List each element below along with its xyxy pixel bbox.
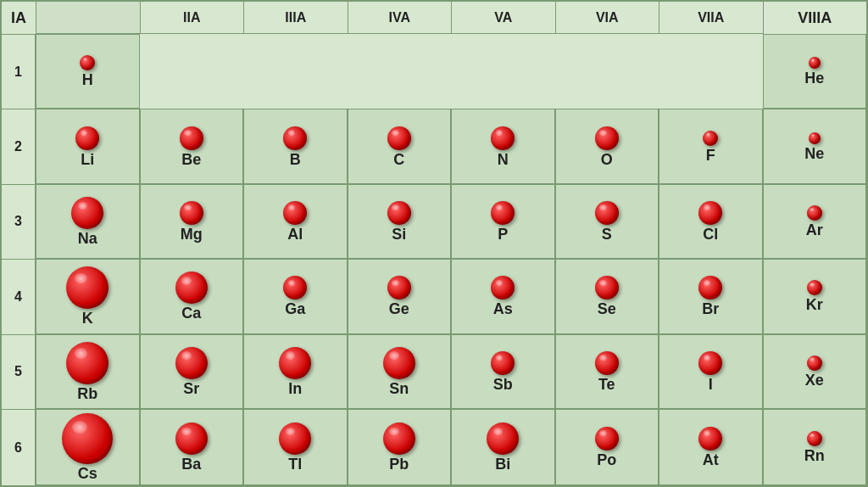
- symbol-Ca: Ca: [181, 305, 201, 321]
- atom-ball-S: [595, 201, 619, 225]
- atom-ball-Rb: [66, 342, 108, 384]
- symbol-At: At: [703, 452, 719, 467]
- empty-cell-1-3: [348, 34, 452, 109]
- va-header: VA: [451, 2, 555, 34]
- element-Ar: Ar: [763, 184, 867, 259]
- iva-header: IVA: [348, 2, 452, 34]
- element-Sr: Sr: [140, 334, 244, 409]
- periodic-table: IAIIAIIIAIVAVAVIAVIIAVIIIA1HHe2LiBeBCNOF…: [0, 0, 868, 487]
- col-ia-header: [36, 2, 140, 34]
- element-Mg: Mg: [140, 184, 244, 259]
- element-Po: Po: [555, 409, 659, 485]
- element-Sn: Sn: [348, 334, 452, 409]
- symbol-C: C: [393, 152, 404, 167]
- symbol-Sb: Sb: [493, 377, 513, 392]
- element-Al: Al: [243, 184, 348, 259]
- element-Li: Li: [36, 109, 140, 183]
- atom-ball-Cl: [698, 201, 722, 225]
- atom-ball-Ge: [387, 276, 411, 299]
- atom-ball-Bi: [487, 423, 519, 455]
- symbol-Kr: Kr: [806, 297, 823, 312]
- atom-ball-O: [595, 126, 619, 150]
- symbol-Na: Na: [78, 231, 97, 246]
- element-N: N: [451, 109, 555, 183]
- atom-ball-Tl: [279, 423, 311, 455]
- row-3: 3: [2, 184, 36, 259]
- symbol-Ne: Ne: [804, 146, 824, 161]
- element-Si: Si: [348, 184, 452, 259]
- atom-ball-Sn: [383, 347, 415, 379]
- symbol-Se: Se: [598, 301, 616, 316]
- atom-ball-Xe: [807, 355, 822, 371]
- symbol-P: P: [498, 227, 508, 242]
- atom-ball-B: [283, 126, 307, 150]
- element-O: O: [555, 109, 659, 183]
- symbol-Al: Al: [287, 227, 303, 242]
- symbol-Mg: Mg: [181, 227, 203, 242]
- atom-ball-Sb: [491, 351, 515, 375]
- row-4: 4: [2, 259, 36, 333]
- atom-ball-Sr: [175, 347, 208, 379]
- symbol-He: He: [804, 70, 824, 86]
- atom-ball-Cs: [62, 413, 113, 464]
- symbol-Pb: Pb: [389, 456, 409, 472]
- symbol-H: H: [82, 72, 93, 87]
- iiia-header: IIIA: [243, 2, 348, 34]
- symbol-I: I: [709, 377, 713, 392]
- viiia-corner: VIIIA: [763, 2, 867, 34]
- atom-ball-Si: [387, 201, 411, 225]
- atom-ball-Rn: [807, 431, 822, 446]
- element-Tl: Tl: [243, 409, 348, 485]
- symbol-Ge: Ge: [389, 301, 409, 316]
- ia-corner: IA: [2, 2, 36, 34]
- symbol-Ga: Ga: [285, 301, 305, 316]
- element-Ge: Ge: [348, 259, 452, 333]
- atom-ball-In: [279, 347, 311, 379]
- atom-ball-Na: [71, 197, 103, 229]
- symbol-Rb: Rb: [77, 386, 97, 401]
- atom-ball-Pb: [383, 423, 415, 455]
- element-H: H: [36, 34, 140, 109]
- element-Te: Te: [555, 334, 659, 409]
- atom-ball-Te: [595, 351, 619, 375]
- element-Na: Na: [36, 184, 140, 259]
- symbol-Si: Si: [392, 227, 406, 242]
- empty-cell-1-6: [659, 34, 763, 109]
- symbol-Rn: Rn: [804, 448, 825, 463]
- element-K: K: [36, 259, 140, 333]
- empty-cell-1-5: [555, 34, 659, 109]
- atom-ball-Ba: [175, 423, 208, 455]
- element-Rn: Rn: [763, 409, 867, 485]
- element-Cl: Cl: [659, 184, 763, 259]
- symbol-In: In: [288, 381, 302, 396]
- atom-ball-Po: [595, 427, 619, 451]
- element-Ca: Ca: [140, 259, 244, 333]
- atom-ball-Mg: [180, 201, 203, 225]
- symbol-K: K: [82, 311, 93, 326]
- empty-cell-1-4: [451, 34, 555, 109]
- symbol-Br: Br: [702, 301, 719, 316]
- element-Br: Br: [659, 259, 763, 333]
- iia-header: IIA: [140, 2, 244, 34]
- empty-cell-1-2: [243, 34, 348, 109]
- element-Xe: Xe: [763, 334, 867, 409]
- symbol-Bi: Bi: [495, 456, 510, 472]
- element-At: At: [659, 409, 763, 485]
- element-I: I: [659, 334, 763, 409]
- element-Rb: Rb: [36, 334, 140, 409]
- element-Pb: Pb: [348, 409, 452, 485]
- element-In: In: [243, 334, 348, 409]
- element-As: As: [451, 259, 555, 333]
- atom-ball-Ga: [283, 276, 307, 299]
- atom-ball-Ar: [807, 205, 822, 221]
- element-He: He: [763, 34, 867, 109]
- symbol-Tl: Tl: [288, 456, 302, 472]
- element-Ba: Ba: [140, 409, 244, 485]
- symbol-Sn: Sn: [389, 381, 409, 396]
- atom-ball-Be: [180, 126, 203, 150]
- element-Bi: Bi: [451, 409, 555, 485]
- element-Kr: Kr: [763, 259, 867, 333]
- symbol-Xe: Xe: [805, 372, 824, 388]
- symbol-Cs: Cs: [78, 466, 97, 481]
- element-Be: Be: [140, 109, 244, 183]
